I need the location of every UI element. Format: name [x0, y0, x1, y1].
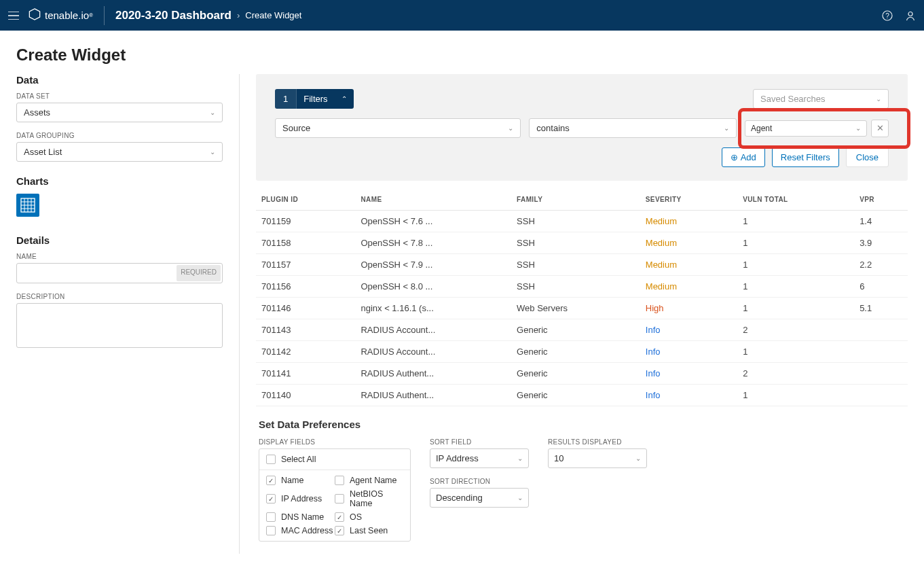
filter-value-select[interactable]: Agent ⌄	[745, 120, 867, 137]
table-row[interactable]: 701158 OpenSSH < 7.8 ... SSH Medium 1 3.…	[256, 232, 908, 254]
hexagon-icon	[29, 8, 41, 22]
description-input[interactable]	[16, 303, 223, 348]
sort-dir-label: SORT DIRECTION	[430, 478, 529, 485]
select-all-checkbox[interactable]: Select All	[259, 449, 410, 470]
field-checkbox[interactable]: Name	[266, 476, 335, 485]
table-row[interactable]: 701157 OpenSSH < 7.9 ... SSH Medium 1 2.…	[256, 254, 908, 276]
chevron-down-icon: ⌄	[876, 95, 881, 103]
brand-text: tenable.io	[45, 10, 89, 21]
plus-icon: ⊕	[731, 152, 738, 162]
grouping-label: DATA GROUPING	[16, 132, 223, 139]
col-vpr[interactable]: VPR	[854, 189, 908, 211]
filter-field-select[interactable]: Source ⌄	[275, 118, 521, 138]
display-fields-label: DISPLAY FIELDS	[259, 438, 411, 446]
required-badge: REQUIRED	[177, 265, 221, 281]
table-chart-icon[interactable]	[16, 194, 39, 217]
hamburger-icon[interactable]	[8, 12, 19, 20]
chevron-down-icon: ⌄	[210, 109, 215, 116]
add-button[interactable]: ⊕ Add	[722, 147, 765, 167]
field-checkbox[interactable]: Last Seen	[335, 526, 403, 535]
topbar: tenable.io® 2020-3-20 Dashboard › Create…	[0, 0, 924, 31]
description-label: DESCRIPTION	[16, 293, 223, 300]
chevron-down-icon: ⌄	[517, 494, 523, 501]
data-heading: Data	[16, 74, 223, 86]
table-row[interactable]: 701140 RADIUS Authent... Generic Info 1	[256, 385, 908, 406]
field-checkbox[interactable]: DNS Name	[266, 512, 335, 522]
field-checkbox[interactable]: MAC Address	[266, 526, 335, 535]
table-row[interactable]: 701159 OpenSSH < 7.6 ... SSH Medium 1 1.…	[256, 211, 908, 232]
col-vuln[interactable]: VULN TOTAL	[737, 189, 854, 211]
dataset-label: DATA SET	[16, 92, 223, 100]
display-fields-box: Select All NameAgent NameIP AddressNetBI…	[259, 448, 411, 542]
col-severity[interactable]: SEVERITY	[640, 189, 737, 211]
table-row[interactable]: 701141 RADIUS Authent... Generic Info 2	[256, 363, 908, 385]
details-heading: Details	[16, 234, 223, 246]
results-table: PLUGIN ID NAME FAMILY SEVERITY VULN TOTA…	[256, 189, 908, 406]
filters-label: Filters	[297, 89, 334, 109]
sort-field-label: SORT FIELD	[430, 438, 529, 446]
field-checkbox[interactable]: Agent Name	[335, 476, 403, 485]
chevron-down-icon: ⌄	[508, 124, 513, 132]
dataset-select[interactable]: Assets ⌄	[16, 103, 223, 122]
field-checkbox[interactable]: IP Address	[266, 489, 335, 508]
grouping-select[interactable]: Asset List ⌄	[16, 142, 223, 162]
breadcrumb-dashboard[interactable]: 2020-3-20 Dashboard	[115, 9, 232, 22]
close-icon: ✕	[876, 123, 884, 133]
col-plugin[interactable]: PLUGIN ID	[256, 189, 355, 211]
main: 1 Filters ⌃ Saved Searches ⌄ Source ⌄ co…	[256, 74, 908, 554]
col-name[interactable]: NAME	[355, 189, 511, 211]
chevron-down-icon: ⌄	[210, 148, 215, 156]
close-button[interactable]: Close	[846, 147, 889, 167]
name-input[interactable]: REQUIRED	[16, 263, 223, 283]
help-icon[interactable]: ?	[882, 10, 893, 21]
filter-operator-select[interactable]: contains ⌄	[529, 118, 737, 138]
table-row[interactable]: 701156 OpenSSH < 8.0 ... SSH Medium 1 6	[256, 276, 908, 298]
chevron-down-icon: ⌄	[635, 455, 641, 462]
saved-searches-select[interactable]: Saved Searches ⌄	[753, 89, 889, 109]
field-checkbox[interactable]: OS	[335, 512, 403, 522]
name-label: NAME	[16, 253, 223, 260]
table-row[interactable]: 701143 RADIUS Account... Generic Info 2	[256, 319, 908, 341]
table-row[interactable]: 701142 RADIUS Account... Generic Info 1	[256, 341, 908, 363]
user-icon[interactable]	[905, 10, 916, 21]
table-row[interactable]: 701146 nginx < 1.16.1 (s... Web Servers …	[256, 298, 908, 319]
breadcrumb-current: Create Widget	[245, 10, 301, 20]
reset-filters-button[interactable]: Reset Filters	[772, 147, 839, 167]
field-checkbox[interactable]: NetBIOS Name	[335, 489, 403, 508]
divider	[239, 74, 240, 554]
sidebar: Data DATA SET Assets ⌄ DATA GROUPING Ass…	[16, 74, 223, 554]
svg-text:?: ?	[885, 12, 889, 19]
data-preferences: Set Data Preferences DISPLAY FIELDS Sele…	[256, 406, 908, 554]
results-displayed-select[interactable]: 10 ⌄	[548, 448, 647, 468]
chevron-down-icon: ⌄	[855, 124, 861, 132]
sort-field-select[interactable]: IP Address ⌄	[430, 448, 529, 468]
page-title: Create Widget	[0, 31, 924, 74]
sort-dir-select[interactable]: Descending ⌄	[430, 488, 529, 508]
chevron-up-icon: ⌃	[335, 90, 354, 107]
filter-count: 1	[275, 89, 297, 109]
filters-button[interactable]: 1 Filters ⌃	[275, 89, 354, 109]
chevron-right-icon: ›	[237, 10, 240, 20]
brand-logo[interactable]: tenable.io®	[29, 6, 105, 25]
breadcrumb: 2020-3-20 Dashboard › Create Widget	[115, 9, 301, 22]
charts-heading: Charts	[16, 175, 223, 187]
remove-filter-button[interactable]: ✕	[871, 120, 889, 137]
chevron-down-icon: ⌄	[724, 124, 729, 132]
results-label: RESULTS DISPLAYED	[548, 438, 647, 446]
col-family[interactable]: FAMILY	[511, 189, 640, 211]
filter-panel: 1 Filters ⌃ Saved Searches ⌄ Source ⌄ co…	[256, 74, 908, 181]
svg-point-3	[908, 12, 912, 16]
svg-marker-0	[29, 9, 39, 20]
chevron-down-icon: ⌄	[517, 455, 523, 462]
prefs-heading: Set Data Preferences	[259, 419, 905, 430]
